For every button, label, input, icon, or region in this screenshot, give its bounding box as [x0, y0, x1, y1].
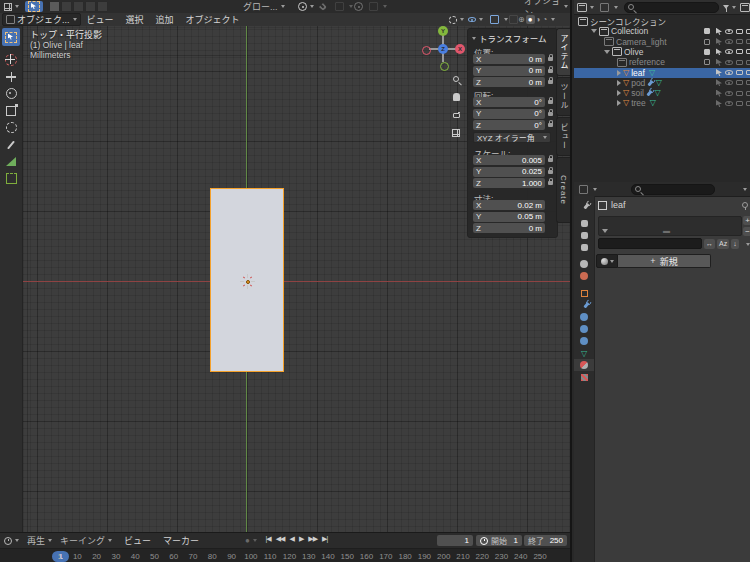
properties-tab-view-layer[interactable]: [574, 241, 594, 253]
sidebar-tab-4[interactable]: Create: [556, 157, 570, 223]
disable-render-icon[interactable]: [744, 37, 750, 47]
properties-tab-world[interactable]: [574, 270, 594, 282]
exclude-checkbox[interactable]: [702, 57, 712, 67]
location-z-field[interactable]: Z0 m: [473, 77, 545, 87]
editor-type-button[interactable]: [4, 3, 19, 11]
active-tool-select-box-button[interactable]: [25, 1, 43, 12]
rotation-y-lock-icon[interactable]: [548, 112, 553, 116]
outliner-row-leaf[interactable]: ▽leaf▽: [574, 68, 750, 78]
shading-wireframe-button[interactable]: ⊕: [517, 15, 526, 24]
menu-select[interactable]: 選択: [120, 13, 150, 26]
snap-toggle[interactable]: [320, 4, 326, 10]
zoom-icon[interactable]: [449, 72, 463, 86]
properties-tab-constraints[interactable]: [574, 335, 594, 347]
dimensions-x-field[interactable]: X0.02 m: [473, 200, 545, 210]
transform-orientation-dropdown[interactable]: グロー...: [243, 0, 285, 13]
exclude-checkbox[interactable]: [702, 47, 712, 57]
play-reverse-button[interactable]: ◀: [287, 535, 296, 543]
list-filter-expander[interactable]: [602, 229, 608, 233]
selectable-icon[interactable]: [714, 78, 724, 88]
exclude-checkbox[interactable]: [702, 37, 712, 47]
camera-view-icon[interactable]: [449, 108, 463, 122]
shading-solid-button[interactable]: ●: [526, 15, 535, 24]
disable-render-icon[interactable]: [744, 47, 750, 57]
select-mode-0-button[interactable]: [49, 1, 60, 12]
rotation-x-field[interactable]: X0°: [473, 97, 545, 107]
collapse-icon[interactable]: [591, 29, 597, 33]
disable-render-icon[interactable]: [744, 57, 750, 67]
selectable-icon[interactable]: [714, 37, 724, 47]
new-collection-button[interactable]: [740, 3, 750, 12]
outliner-row-reference[interactable]: reference: [574, 57, 750, 67]
tool-measure-button[interactable]: [2, 154, 20, 169]
disable-viewport-icon[interactable]: [734, 47, 744, 57]
scale-y-field[interactable]: Y0.025: [473, 167, 545, 177]
outliner-row-olive[interactable]: Olive: [574, 47, 750, 57]
hide-eye-icon[interactable]: [724, 37, 734, 47]
select-mode-3-button[interactable]: [85, 1, 96, 12]
navigation-gizmo[interactable]: Y X Z: [420, 26, 466, 72]
disable-render-icon[interactable]: [744, 26, 750, 36]
properties-tab-output[interactable]: [574, 229, 594, 241]
menu-add[interactable]: 追加: [150, 13, 180, 26]
properties-editor-type-button[interactable]: [577, 185, 597, 194]
scale-y-lock-icon[interactable]: [548, 170, 553, 174]
menu-timeline-view[interactable]: ビュー: [118, 534, 157, 547]
tool-transform-button[interactable]: [2, 120, 20, 135]
properties-tab-modifiers[interactable]: [574, 299, 594, 311]
properties-tab-render[interactable]: [574, 217, 594, 229]
xray-toggle-dropdown[interactable]: [488, 15, 508, 24]
disable-viewport-icon[interactable]: [734, 88, 744, 98]
exclude-checkbox[interactable]: [702, 26, 712, 36]
disable-viewport-icon[interactable]: [734, 68, 744, 78]
menu-keying[interactable]: キーイング: [60, 534, 112, 547]
ortho-grid-icon[interactable]: [449, 126, 463, 140]
hide-eye-icon[interactable]: [724, 98, 734, 108]
list-resize-grip[interactable]: ▬: [663, 227, 671, 234]
proportional-edit-toggle[interactable]: [354, 2, 363, 11]
show-overlays-dropdown[interactable]: [468, 17, 483, 22]
mode-dropdown[interactable]: オブジェク...: [2, 13, 81, 26]
jump-to-end-button[interactable]: ▶|: [320, 535, 330, 543]
properties-tab-scene[interactable]: [574, 258, 594, 270]
tool-cursor-button[interactable]: [2, 52, 20, 67]
previous-keyframe-button[interactable]: ◀◀: [273, 535, 287, 543]
menu-playback[interactable]: 再生: [27, 534, 52, 547]
scale-z-lock-icon[interactable]: [548, 181, 553, 185]
breadcrumb-object-name[interactable]: leaf: [611, 200, 626, 210]
properties-options-dropdown[interactable]: [743, 188, 747, 191]
outliner-search-input[interactable]: [624, 2, 719, 13]
material-slot-list[interactable]: ▬: [598, 216, 742, 236]
location-z-lock-icon[interactable]: [548, 80, 553, 84]
gizmo-z-axis[interactable]: Z: [438, 44, 448, 54]
outliner-row-soil[interactable]: ▽soil▽: [574, 88, 750, 98]
tool-annotate-button[interactable]: [2, 137, 20, 152]
properties-tab-particles[interactable]: [574, 311, 594, 323]
timeline-ruler[interactable]: 1 11020304050607080901001101201301401501…: [0, 548, 570, 562]
shading-rendered-button[interactable]: ◔: [541, 15, 548, 24]
gizmo-y-axis[interactable]: Y: [438, 26, 448, 36]
location-y-lock-icon[interactable]: [548, 69, 553, 73]
pin-icon[interactable]: [742, 202, 748, 208]
properties-tab-texture[interactable]: [574, 371, 594, 383]
outliner-row-collection[interactable]: Collection: [574, 26, 750, 36]
disable-viewport-icon[interactable]: [734, 98, 744, 108]
rotation-y-field[interactable]: Y0°: [473, 109, 545, 119]
properties-search-input[interactable]: [631, 184, 715, 195]
tool-rotate-button[interactable]: [2, 86, 20, 101]
slot-specials-dropdown[interactable]: [743, 240, 750, 249]
outliner-row-tree[interactable]: ▽tree▽: [574, 98, 750, 108]
properties-tab-object[interactable]: [574, 287, 594, 299]
sort-invert-button[interactable]: ↓: [731, 239, 739, 249]
location-x-field[interactable]: X0 m: [473, 54, 545, 64]
auto-keying-button[interactable]: ●: [245, 536, 257, 545]
scale-x-field[interactable]: X0.005: [473, 155, 545, 165]
outliner-row-camera_light[interactable]: Camera_light: [574, 37, 750, 47]
select-mode-2-button[interactable]: [73, 1, 84, 12]
hide-eye-icon[interactable]: [724, 26, 734, 36]
disable-viewport-icon[interactable]: [734, 26, 744, 36]
proportional-falloff-dropdown[interactable]: [367, 2, 387, 11]
hide-eye-icon[interactable]: [724, 68, 734, 78]
gizmo-x-neg-axis[interactable]: [422, 46, 431, 55]
selectable-icon[interactable]: [714, 88, 724, 98]
